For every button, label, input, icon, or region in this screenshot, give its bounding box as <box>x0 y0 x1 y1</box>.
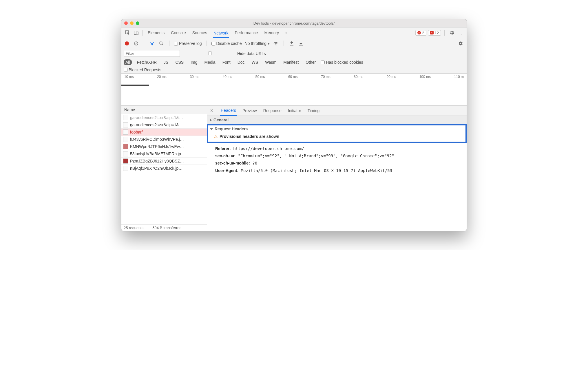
svg-rect-8 <box>299 45 303 45</box>
timeline-activity-bar <box>121 85 149 86</box>
tick: 70 ms <box>321 75 330 79</box>
type-doc[interactable]: Doc <box>236 59 246 65</box>
warning-icon: ⚠ <box>214 134 218 139</box>
throttling-label: No throttling <box>245 41 266 46</box>
type-js[interactable]: JS <box>162 59 170 65</box>
type-media[interactable]: Media <box>203 59 217 65</box>
tick: 30 ms <box>190 75 199 79</box>
request-name: ga-audiences?t=sr&aip=1&… <box>130 123 183 127</box>
export-har-icon[interactable] <box>298 40 304 47</box>
titlebar: DevTools - developer.chrome.com/tags/dev… <box>121 19 467 28</box>
svg-line-4 <box>135 42 138 45</box>
file-icon <box>123 144 128 149</box>
filter-input[interactable] <box>124 50 180 57</box>
main-toolbar: Elements Console Sources Network Perform… <box>121 28 467 38</box>
import-har-icon[interactable] <box>288 40 295 47</box>
disclosure-down-icon <box>210 128 213 130</box>
request-list: Name ga-audiences?t=sr&aip=1&… ga-audien… <box>121 106 207 231</box>
request-row[interactable]: nBjAqf1PuX7O2nvJbJck.jp… <box>121 165 207 172</box>
tab-initiator[interactable]: Initiator <box>287 106 302 115</box>
request-headers-section[interactable]: Request Headers <box>210 127 464 131</box>
svg-point-5 <box>160 42 162 44</box>
request-row[interactable]: 53IuclsjUVBaBME7MPRb.jp… <box>121 150 207 158</box>
chevron-down-icon: ▾ <box>268 41 270 46</box>
tick: 110 m <box>454 75 464 79</box>
name-column-header[interactable]: Name <box>121 106 207 114</box>
type-wasm[interactable]: Wasm <box>263 59 278 65</box>
issue-count-chip[interactable]: ✕12 <box>428 30 441 36</box>
timeline[interactable]: 10 ms 20 ms 30 ms 40 ms 50 ms 60 ms 70 m… <box>121 74 467 106</box>
throttling-dropdown[interactable]: No throttling ▾ <box>245 41 270 46</box>
hide-data-urls-checkbox[interactable]: Hide data URLs <box>184 51 266 56</box>
tab-preview[interactable]: Preview <box>242 106 258 115</box>
preserve-log-checkbox[interactable]: Preserve log <box>174 41 202 46</box>
record-button[interactable] <box>124 40 130 47</box>
hide-data-urls-label: Hide data URLs <box>237 51 266 56</box>
settings-icon[interactable] <box>449 30 454 35</box>
requests-count: 25 requests <box>124 226 143 230</box>
blocked-requests-checkbox[interactable]: Blocked Requests <box>124 67 161 72</box>
blocked-cookies-checkbox[interactable]: Has blocked cookies <box>321 60 363 65</box>
request-row-selected[interactable]: foobar/ <box>121 129 207 136</box>
transferred-size: 594 B transferred <box>152 226 181 230</box>
general-section[interactable]: General <box>207 116 467 124</box>
request-name: foobar/ <box>130 130 143 134</box>
disclosure-right-icon <box>210 119 212 122</box>
tab-timing[interactable]: Timing <box>307 106 320 115</box>
request-row[interactable]: fD43v6RiVCDlmo3WhVPe.j… <box>121 136 207 143</box>
headers-panel[interactable]: General Request Headers ⚠ Provisional he… <box>207 116 467 231</box>
tab-memory[interactable]: Memory <box>264 28 280 37</box>
kebab-menu-icon[interactable]: ⋮ <box>457 30 465 36</box>
request-row[interactable]: ga-audiences?t=sr&aip=1&… <box>121 121 207 129</box>
network-conditions-icon[interactable] <box>273 40 279 47</box>
tab-console[interactable]: Console <box>170 28 186 37</box>
network-settings-icon[interactable] <box>458 41 463 46</box>
type-img[interactable]: Img <box>189 59 199 65</box>
request-row[interactable]: KMNWpnRJTP6eHJs1wEw… <box>121 143 207 150</box>
separator <box>207 41 207 46</box>
file-icon <box>123 151 128 156</box>
type-all[interactable]: All <box>124 59 132 65</box>
file-icon <box>123 122 128 127</box>
request-rows[interactable]: ga-audiences?t=sr&aip=1&… ga-audiences?t… <box>121 114 207 224</box>
type-ws[interactable]: WS <box>250 59 260 65</box>
tab-network[interactable]: Network <box>213 29 229 38</box>
devtools-window: DevTools - developer.chrome.com/tags/dev… <box>121 19 467 231</box>
issue-icon: ✕ <box>430 31 434 34</box>
svg-rect-2 <box>136 32 138 35</box>
type-font[interactable]: Font <box>221 59 232 65</box>
type-other[interactable]: Other <box>304 59 317 65</box>
preserve-log-label: Preserve log <box>179 41 202 46</box>
tab-elements[interactable]: Elements <box>147 28 165 37</box>
disable-cache-label: Disable cache <box>216 41 242 46</box>
request-name: 53IuclsjUVBaBME7MPRb.jp… <box>130 151 185 156</box>
separator <box>284 41 284 46</box>
request-row[interactable]: PzmJZBgZBJ612Hy8QBSZ… <box>121 158 207 165</box>
tick: 50 ms <box>255 75 265 79</box>
blocked-cookies-label: Has blocked cookies <box>326 60 363 65</box>
tab-performance[interactable]: Performance <box>234 28 258 37</box>
search-icon[interactable] <box>158 40 165 47</box>
close-panel-icon[interactable]: ✕ <box>210 108 214 113</box>
tick: 80 ms <box>354 75 363 79</box>
inspect-element-icon[interactable] <box>123 29 132 36</box>
tab-sources[interactable]: Sources <box>192 28 208 37</box>
tab-more[interactable]: » <box>285 28 288 37</box>
request-row[interactable]: ga-audiences?t=sr&aip=1&… <box>121 114 207 121</box>
hdr-key: User-Agent: <box>215 168 238 173</box>
type-css[interactable]: CSS <box>174 59 185 65</box>
clear-icon[interactable] <box>133 40 139 47</box>
error-count-chip[interactable]: ✕2 <box>415 30 426 36</box>
disable-cache-checkbox[interactable]: Disable cache <box>211 41 242 46</box>
device-toolbar-icon[interactable] <box>132 29 140 36</box>
filter-icon[interactable] <box>149 40 155 47</box>
tab-headers[interactable]: Headers <box>220 106 237 116</box>
provisional-text: Provisional headers are shown <box>220 134 279 139</box>
hdr-key: sec-ch-ua: <box>215 154 235 158</box>
type-fetchxhr[interactable]: Fetch/XHR <box>135 59 158 65</box>
detail-tabs: ✕ Headers Preview Response Initiator Tim… <box>207 106 467 116</box>
type-manifest[interactable]: Manifest <box>282 59 300 65</box>
tab-response[interactable]: Response <box>263 106 282 115</box>
file-icon <box>123 137 128 142</box>
request-name: nBjAqf1PuX7O2nvJbJck.jp… <box>130 166 182 171</box>
